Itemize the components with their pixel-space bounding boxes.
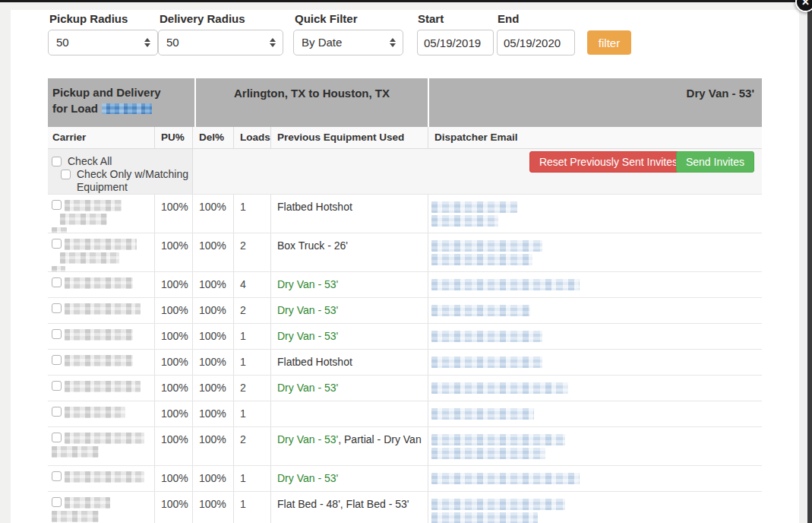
del-percent-cell: 100% (192, 427, 233, 465)
redacted-carrier-name (60, 214, 107, 225)
equipment-label: Flatbed Hotshot (277, 356, 352, 368)
carrier-cell (48, 233, 154, 271)
equipment-label: Dry Van - 53' (277, 330, 338, 342)
table-row: 100%100%1 (48, 401, 762, 426)
modal-content: Pickup Radius 50 Delivery Radius 50 Quic… (11, 10, 799, 523)
equipment-title: Dry Van - 53' (428, 78, 762, 127)
redacted-carrier-name (65, 471, 144, 483)
column-header-dispatcher-email: Dispatcher Email (428, 127, 762, 148)
reset-invites-button[interactable]: Reset Previously Sent Invites (529, 151, 687, 173)
equipment-label: Dry Van - 53' (277, 472, 338, 484)
pu-percent-cell: 100% (154, 376, 192, 401)
check-matching-checkbox[interactable] (61, 170, 71, 179)
dispatcher-email-cell (428, 324, 762, 349)
window-top-edge (0, 0, 812, 2)
table-title-bar: Pickup and Delivery for Load Arlington, … (48, 78, 762, 127)
redacted-carrier-name (52, 511, 99, 522)
redacted-email (431, 331, 542, 342)
del-percent-cell: 100% (192, 401, 233, 426)
start-date-label: Start (418, 12, 444, 25)
equipment-cell: Dry Van - 53' (270, 272, 428, 297)
equipment-cell: Dry Van - 53' (270, 466, 428, 491)
redacted-email (431, 382, 568, 394)
table-row: 100%100%1Dry Van - 53' (48, 465, 762, 491)
check-matching-label-2: Equipment (77, 181, 128, 193)
row-checkbox[interactable] (52, 329, 62, 339)
loads-cell: 1 (233, 324, 270, 349)
row-checkbox[interactable] (52, 303, 62, 313)
table-row: 100%100%2Box Truck - 26' (48, 233, 762, 271)
dispatcher-email-cell (428, 350, 762, 375)
equipment-label: , Partial - Dry Van (338, 433, 421, 445)
equipment-cell: Dry Van - 53', Partial - Dry Van (270, 427, 428, 465)
end-date-input[interactable] (497, 30, 575, 55)
row-checkbox[interactable] (52, 277, 62, 287)
del-percent-cell: 100% (192, 324, 233, 349)
table-body: 100%100%1Flatbed Hotshot100%100%2Box Tru… (48, 194, 762, 523)
delivery-radius-label: Delivery Radius (160, 12, 245, 25)
pickup-radius-select[interactable]: 50 (48, 30, 158, 55)
del-percent-cell: 100% (192, 466, 233, 491)
load-title-line2: for Load (52, 102, 98, 115)
select-stepper-icon (144, 38, 150, 47)
redacted-carrier-name (52, 266, 65, 271)
filter-button[interactable]: filter (587, 30, 631, 55)
redacted-email (431, 499, 565, 510)
table-row: 100%100%1Flat Bed - 48', Flat Bed - 53' (48, 491, 762, 523)
column-header-equipment: Previous Equipment Used (270, 127, 428, 148)
pu-percent-cell: 100% (154, 233, 192, 271)
redacted-email (431, 215, 498, 227)
dispatcher-email-cell (428, 376, 762, 401)
delivery-radius-select[interactable]: 50 (158, 30, 283, 55)
invite-actions-cell: Reset Previously Sent Invites Send Invit… (192, 149, 762, 194)
dispatcher-email-cell (428, 492, 762, 523)
equipment-cell: Flatbed Hotshot (270, 195, 428, 233)
redacted-email (431, 201, 517, 213)
quick-filter-select[interactable]: By Date (293, 30, 403, 55)
loads-cell: 2 (233, 298, 270, 323)
equipment-cell: Flatbed Hotshot (270, 350, 428, 375)
delivery-radius-value: 50 (166, 36, 179, 49)
redacted-email (431, 512, 538, 523)
row-checkbox[interactable] (52, 381, 62, 391)
row-checkbox[interactable] (52, 200, 62, 210)
row-checkbox[interactable] (52, 407, 62, 417)
equipment-cell (270, 401, 428, 426)
row-checkbox[interactable] (52, 471, 62, 481)
equipment-label: Box Truck - 26' (277, 239, 348, 252)
app-viewport: ✕ Pickup Radius 50 Delivery Radius 50 Qu… (0, 0, 812, 523)
carrier-invite-table: Pickup and Delivery for Load Arlington, … (48, 78, 762, 523)
table-row: 100%100%1Flatbed Hotshot (48, 194, 762, 233)
redacted-email (431, 240, 542, 252)
row-checkbox[interactable] (52, 433, 62, 442)
send-invites-button[interactable]: Send Invites (676, 151, 754, 173)
equipment-label: Dry Van - 53' (277, 278, 338, 290)
pu-percent-cell: 100% (154, 272, 192, 297)
window-right-edge (807, 0, 812, 523)
equipment-cell: Dry Van - 53' (270, 298, 428, 323)
row-checkbox[interactable] (52, 355, 62, 365)
dispatcher-email-cell (428, 195, 762, 233)
redacted-carrier-name (65, 355, 133, 366)
close-icon-glyph: ✕ (801, 0, 810, 8)
equipment-cell: Flat Bed - 48', Flat Bed - 53' (270, 492, 428, 523)
pu-percent-cell: 100% (154, 324, 192, 349)
column-header-carrier: Carrier (48, 127, 154, 148)
row-checkbox[interactable] (52, 497, 62, 507)
loads-cell: 1 (233, 492, 270, 523)
row-checkbox[interactable] (52, 239, 62, 249)
carrier-cell (48, 427, 154, 465)
redacted-carrier-name (65, 407, 125, 418)
redacted-email (431, 408, 534, 420)
redacted-email (431, 357, 542, 368)
carrier-cell (48, 376, 154, 401)
carrier-cell (48, 492, 154, 523)
start-date-input[interactable] (417, 30, 494, 55)
check-all-checkbox[interactable] (52, 157, 62, 166)
redacted-carrier-name (65, 433, 144, 444)
redacted-email (431, 434, 565, 445)
check-all-row: Check All Check Only w/Matching Equipmen… (48, 149, 762, 194)
pu-percent-cell: 100% (154, 298, 192, 323)
table-row: 100%100%1Dry Van - 53' (48, 323, 762, 349)
dispatcher-email-cell (428, 427, 762, 465)
